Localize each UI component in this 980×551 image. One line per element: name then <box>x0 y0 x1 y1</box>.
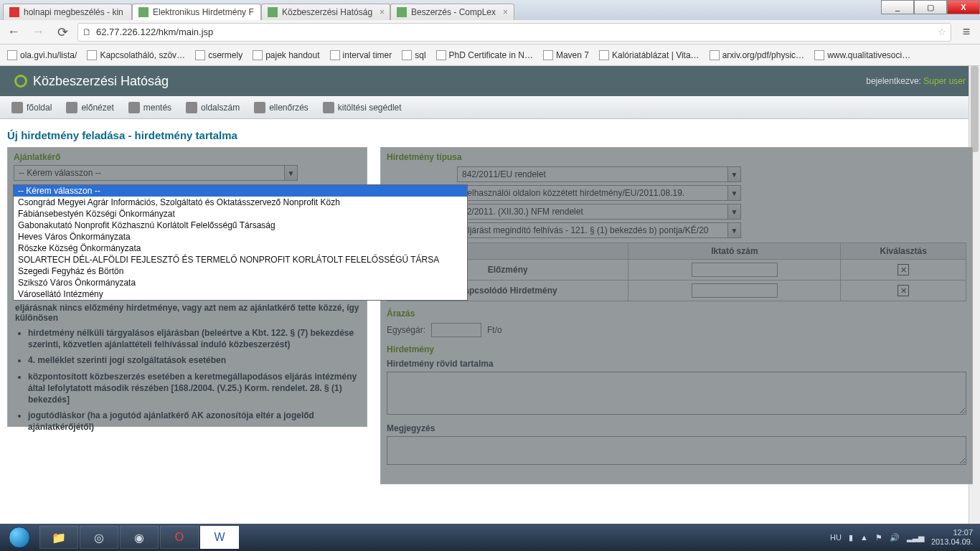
requester-dropdown[interactable]: -- Kérem válasszon --Csongrád Megyei Agr… <box>13 184 468 301</box>
type-select-1[interactable]: Felhasználói oldalon közzétett hirdetmén… <box>457 185 741 201</box>
browser-tab[interactable]: Beszerzés - CompLex× <box>390 4 514 20</box>
tab-close-icon[interactable]: × <box>380 7 385 17</box>
site-icon: 🗋 <box>83 27 92 37</box>
type-select-value: Eljárást megindító felhívás - 121. § (1)… <box>462 225 709 235</box>
dropdown-option[interactable]: SOLARTECH DÉL-ALFÖLDI FEJLESZTŐ ÉS TERME… <box>14 254 467 265</box>
dropdown-option[interactable]: Heves Város Önkormányzata <box>14 231 467 242</box>
requester-select[interactable]: -- Kérem válasszon -- ▼ <box>14 165 298 181</box>
bookmark-item[interactable]: ola.gvi.hu/lista/ <box>7 50 77 60</box>
note-label: Megjegyzés <box>387 423 966 433</box>
delete-icon[interactable]: ✕ <box>897 285 909 296</box>
toolbar-label: ellenőrzés <box>269 103 308 113</box>
tab-close-icon[interactable]: × <box>503 7 508 17</box>
window-minimize[interactable]: _ <box>881 0 914 14</box>
iktato-input[interactable] <box>692 283 778 298</box>
check-icon <box>254 102 265 113</box>
task-word[interactable]: W <box>200 526 239 549</box>
bookmark-item[interactable]: PhD Certificate in N… <box>436 50 533 60</box>
bookmark-item[interactable]: www.qualitativesoci… <box>814 50 910 60</box>
preview-icon <box>66 102 77 113</box>
bookmark-item[interactable]: Kalóriatáblázat | Vita… <box>599 50 699 60</box>
logo-ring-icon <box>14 75 27 88</box>
toolbar-save[interactable]: mentés <box>128 102 171 113</box>
login-user: Super user <box>923 76 966 86</box>
dropdown-option[interactable]: Szegedi Fegyház és Börtön <box>14 265 467 277</box>
nav-reload-button[interactable]: ⟳ <box>53 23 72 42</box>
dropdown-option[interactable]: Városellátó Intézmény <box>14 288 467 300</box>
site-logo[interactable]: Közbeszerzési Hatóság <box>14 74 169 89</box>
bookmark-favicon <box>599 50 609 60</box>
browser-tab[interactable]: Közbeszerzési Hatóság× <box>261 4 390 20</box>
window-close[interactable]: X <box>947 0 980 14</box>
site-title: Közbeszerzési Hatóság <box>33 74 169 89</box>
dropdown-option[interactable]: Csongrád Megyei Agrár Információs, Szolg… <box>14 197 467 208</box>
chevron-down-icon: ▼ <box>727 167 740 182</box>
task-opera[interactable]: O <box>160 526 199 549</box>
nav-back-button[interactable]: ← <box>4 23 23 42</box>
chrome-menu-button[interactable]: ≡ <box>957 23 976 42</box>
toolbar-home[interactable]: főoldal <box>11 102 52 113</box>
bookmark-item[interactable]: sql <box>402 50 425 60</box>
dropdown-option[interactable]: Gabonakutató Nonprofit Közhasznú Korláto… <box>14 220 467 231</box>
chevron-down-icon: ▼ <box>727 186 740 200</box>
dropdown-option[interactable]: -- Kérem válasszon -- <box>14 185 467 197</box>
toolbar-preview[interactable]: előnézet <box>66 102 113 113</box>
help-icon <box>323 102 334 113</box>
left-panel-title: Ajánlatkérő <box>14 152 361 162</box>
tray-flag-icon[interactable]: ⚑ <box>875 533 882 542</box>
bookmark-item[interactable]: Maven 7 <box>543 50 589 60</box>
tab-favicon <box>138 7 149 17</box>
price-input[interactable] <box>431 323 481 337</box>
price-label: Egységár: <box>387 325 425 335</box>
task-chrome[interactable]: ◉ <box>120 526 159 549</box>
content-label: Hirdetmény rövid tartalma <box>387 359 966 369</box>
bookmark-favicon <box>7 50 17 60</box>
bookmark-item[interactable]: Kapcsolatháló, szöv… <box>87 50 185 60</box>
tab-label: Közbeszerzési Hatóság <box>282 7 372 17</box>
bookmark-item[interactable]: pajek handout <box>253 50 319 60</box>
dropdown-option[interactable]: Szikszó Város Önkormányzata <box>14 277 467 288</box>
note-textarea[interactable] <box>387 436 966 465</box>
browser-tab[interactable]: holnapi megbeszélés - kin× <box>3 4 132 20</box>
dropdown-option[interactable]: Röszke Község Önkormányzata <box>14 242 467 254</box>
type-select-0[interactable]: 842/2011/EU rendelet▼ <box>457 166 741 182</box>
bookmark-favicon <box>195 50 205 60</box>
type-select-3[interactable]: Eljárást megindító felhívás - 121. § (1)… <box>457 222 741 238</box>
tray-lang[interactable]: HU <box>830 533 842 542</box>
windows-taskbar: 📁 ◎ ◉ O W HU ▮ ▲ ⚑ 🔊 ▂▃▅ 12:07 2013.04.0… <box>0 524 980 551</box>
bookmark-item[interactable]: arxiv.org/pdf/physic… <box>710 50 805 60</box>
task-app-1[interactable]: ◎ <box>80 526 118 549</box>
iktato-input[interactable] <box>692 263 778 277</box>
address-text: 62.77.226.122/hkm/main.jsp <box>96 27 213 37</box>
toolbar-pagenum[interactable]: oldalszám <box>186 102 240 113</box>
dropdown-option[interactable]: Fábiánsebestyén Községi Önkormányzat <box>14 208 467 220</box>
tab-label: Beszerzés - CompLex <box>411 7 496 17</box>
tray-net-icon[interactable]: ▮ <box>849 533 853 542</box>
note-line: eljárásnak nincs előzmény hirdetménye, v… <box>15 303 359 323</box>
note-bullet-item: jogutódláskor (ha a jogutód ajánlatkérő … <box>28 410 359 433</box>
browser-tab-strip: holnapi megbeszélés - kin×Elektronikus H… <box>0 0 980 20</box>
toolbar-check[interactable]: ellenőrzés <box>254 102 308 113</box>
bookmark-favicon <box>543 50 553 60</box>
browser-tab[interactable]: Elektronikus Hirdetmény F× <box>132 4 261 20</box>
bookmark-item[interactable]: csermely <box>195 50 242 60</box>
delete-icon[interactable]: ✕ <box>897 264 909 276</box>
tray-clock[interactable]: 12:07 2013.04.09. <box>931 528 973 547</box>
toolbar-label: előnézet <box>81 103 113 113</box>
bookmark-star-icon[interactable]: ☆ <box>938 27 946 37</box>
type-select-value: Felhasználói oldalon közzétett hirdetmén… <box>462 188 684 198</box>
toolbar-help[interactable]: kitöltési segédlet <box>323 102 402 113</box>
bookmark-item[interactable]: interval timer <box>330 50 392 60</box>
nav-forward-button[interactable]: → <box>29 23 47 42</box>
tray-up-icon[interactable]: ▲ <box>860 533 868 542</box>
window-maximize[interactable]: ▢ <box>914 0 947 14</box>
start-button[interactable] <box>0 524 39 551</box>
address-bar[interactable]: 🗋 62.77.226.122/hkm/main.jsp ☆ <box>77 23 951 42</box>
tray-signal-icon[interactable]: ▂▃▅ <box>907 533 924 542</box>
task-explorer[interactable]: 📁 <box>39 526 78 549</box>
bookmark-favicon <box>814 50 824 60</box>
bookmark-favicon <box>87 50 97 60</box>
content-textarea[interactable] <box>387 372 966 415</box>
tray-vol-icon[interactable]: 🔊 <box>890 533 900 542</box>
type-select-2[interactable]: 92/2011. (XII.30.) NFM rendelet▼ <box>457 204 741 220</box>
